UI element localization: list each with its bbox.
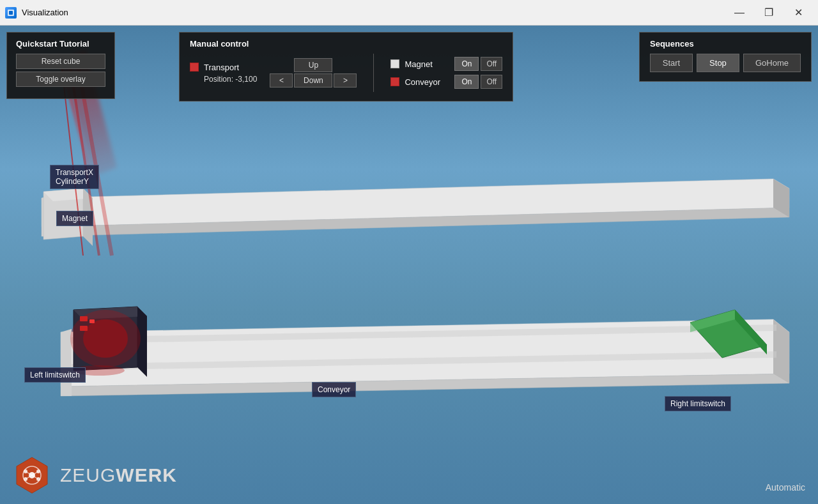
direction-controls: Up < Down > — [270, 58, 357, 88]
conveyor-indicator — [390, 77, 399, 86]
manual-grid: Transport Position: -3,100 Up < Down > — [190, 54, 502, 92]
conveyor-label-3d: Conveyor — [312, 382, 356, 397]
main-content: Quickstart Tutorial Reset cube Toggle ov… — [0, 26, 818, 504]
brand-logo — [13, 456, 51, 494]
position-text: Position: -3,100 — [204, 75, 257, 84]
mode-indicator: Automatic — [766, 482, 805, 493]
window-controls: — ❐ ✕ — [725, 3, 813, 22]
dir-btn-row: < Down > — [270, 73, 357, 88]
magnet-label: Magnet — [405, 59, 449, 69]
magnet-indicator — [390, 59, 399, 68]
branding: ZEUGWERK — [13, 456, 177, 494]
maximize-button[interactable]: ❐ — [754, 3, 783, 22]
conveyor-label: Conveyor — [405, 77, 449, 87]
manual-panel: Manual control Transport Position: -3,10… — [179, 32, 513, 102]
magnet-off-button[interactable]: Off — [481, 57, 502, 71]
magnet-row: Magnet On Off — [390, 57, 502, 71]
minimize-button[interactable]: — — [725, 3, 754, 22]
transport-indicator — [190, 63, 199, 72]
transport-label-row: Transport — [190, 63, 257, 72]
manual-title: Manual control — [190, 39, 502, 49]
sequences-title: Sequences — [650, 39, 801, 49]
title-bar: Visualization — ❐ ✕ — [0, 0, 818, 26]
magnet-on-button[interactable]: On — [454, 57, 479, 71]
quickstart-panel: Quickstart Tutorial Reset cube Toggle ov… — [6, 32, 115, 99]
conveyor-row: Conveyor On Off — [390, 75, 502, 89]
right-limitswitch-label: Right limitswitch — [665, 396, 731, 411]
start-button[interactable]: Start — [650, 54, 693, 72]
quickstart-title: Quickstart Tutorial — [16, 39, 105, 49]
down-button[interactable]: Down — [294, 73, 332, 88]
reset-cube-button[interactable]: Reset cube — [16, 54, 105, 69]
magnet-on-off: On Off — [454, 57, 502, 71]
up-button[interactable]: Up — [294, 58, 332, 72]
conveyor-on-button[interactable]: On — [454, 75, 479, 89]
svg-rect-1 — [9, 11, 13, 15]
stop-button[interactable]: Stop — [697, 54, 739, 72]
conveyor-off-button[interactable]: Off — [481, 75, 502, 89]
window-title: Visualization — [22, 8, 68, 17]
device-section: Magnet On Off Conveyor On Off — [390, 57, 502, 89]
sequence-buttons: Start Stop GoHome — [650, 54, 801, 72]
right-button[interactable]: > — [334, 73, 357, 88]
close-button[interactable]: ✕ — [783, 3, 813, 22]
brand-bold: WERK — [116, 464, 177, 485]
gohome-button[interactable]: GoHome — [743, 54, 801, 72]
transport-label: Transport — [204, 63, 239, 72]
transport-label-3d: TransportX CylinderY — [50, 165, 99, 189]
sequences-panel: Sequences Start Stop GoHome — [639, 32, 812, 82]
left-limitswitch-label: Left limitswitch — [24, 367, 86, 383]
conveyor-on-off: On Off — [454, 75, 502, 89]
left-button[interactable]: < — [270, 73, 293, 88]
transport-section: Transport Position: -3,100 — [190, 63, 257, 84]
magnet-label-3d: Magnet — [56, 211, 93, 226]
panels-layer: Quickstart Tutorial Reset cube Toggle ov… — [0, 26, 818, 504]
vertical-divider — [373, 54, 374, 92]
brand-name: ZEUGWERK — [60, 464, 177, 486]
brand-light: ZEUG — [60, 464, 116, 485]
app-icon — [5, 7, 17, 19]
toggle-overlay-button[interactable]: Toggle overlay — [16, 72, 105, 87]
title-bar-left: Visualization — [5, 7, 68, 19]
